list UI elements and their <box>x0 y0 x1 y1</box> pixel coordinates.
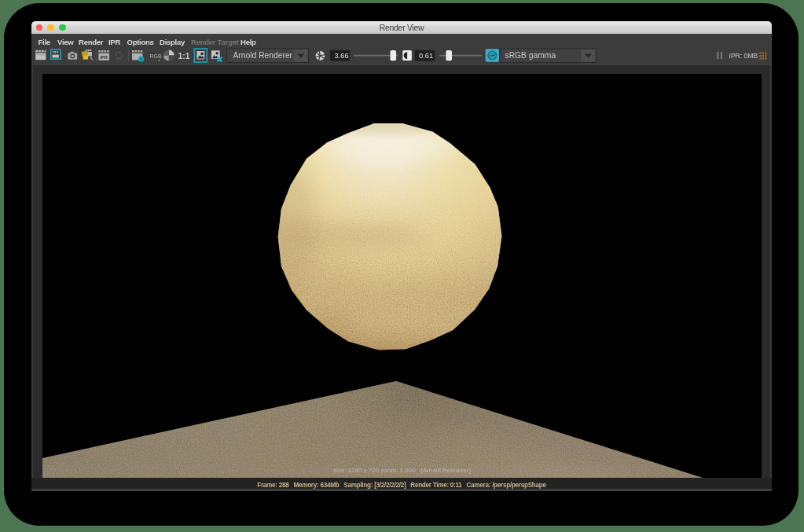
svg-text:Arnold Renderer: Arnold Renderer <box>233 51 293 60</box>
svg-text:3.66: 3.66 <box>335 52 349 60</box>
svg-text:IPR: IPR <box>116 57 122 61</box>
svg-text:RGB: RGB <box>150 53 163 59</box>
svg-text:IPR: 0MB: IPR: 0MB <box>729 52 758 60</box>
svg-text:sRGB gamma: sRGB gamma <box>505 51 556 60</box>
svg-text:IPR: IPR <box>101 55 108 60</box>
svg-text:1:1: 1:1 <box>178 51 190 61</box>
svg-text:0.61: 0.61 <box>419 52 433 60</box>
